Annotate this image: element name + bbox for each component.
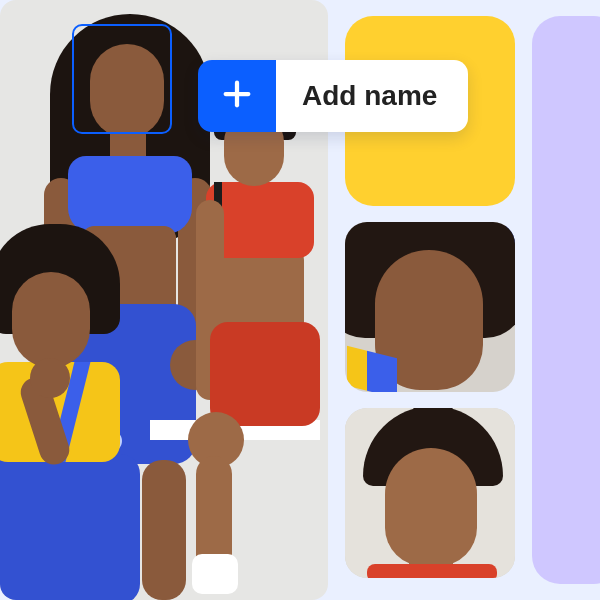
decorative-tile-lavender	[532, 16, 600, 584]
add-name-plus-button[interactable]	[198, 60, 276, 132]
face-thumbnail-1[interactable]	[345, 222, 515, 392]
add-name-input[interactable]: Add name	[276, 60, 468, 132]
plus-icon	[220, 77, 254, 115]
face-detection-box[interactable]	[72, 24, 172, 134]
add-name-control[interactable]: Add name	[198, 60, 468, 132]
face-thumbnail-2[interactable]	[345, 408, 515, 578]
